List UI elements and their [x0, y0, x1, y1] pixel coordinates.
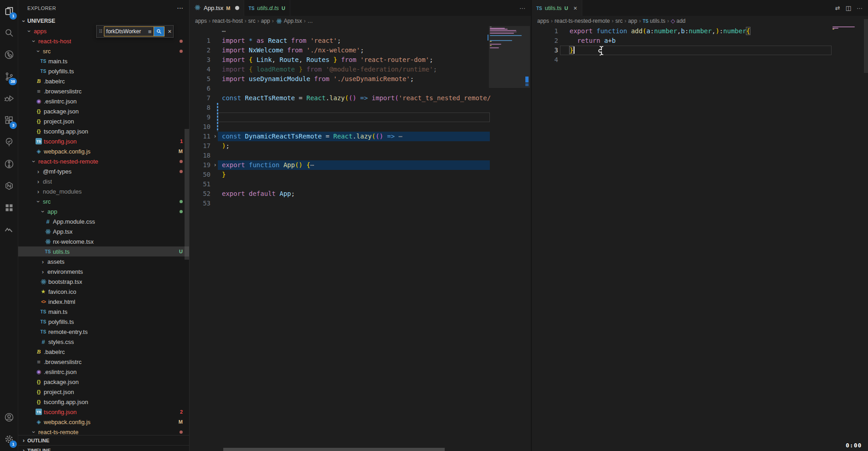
- drag-grip-icon[interactable]: ⠿: [99, 29, 103, 35]
- code-line-3[interactable]: 3import { Link, Route, Routes } from 're…: [190, 55, 531, 65]
- code-editor-utils-ts[interactable]: 1export function add(a:number,b:number,)…: [532, 26, 868, 451]
- tree-item--browserslistrc[interactable]: ≡.browserslistrc: [18, 357, 189, 367]
- tree-item-app[interactable]: ›app: [18, 206, 189, 216]
- tree-item-bootstrap-tsx[interactable]: bootstrap.tsx: [18, 277, 189, 287]
- code-line-51[interactable]: 51: [190, 179, 531, 189]
- tree-item-node-modules[interactable]: ›node_modules: [18, 186, 189, 196]
- activitybar-nx-console-icon[interactable]: [0, 175, 18, 197]
- activitybar-pulse-icon[interactable]: [0, 219, 18, 241]
- tree-item-tsconfig-json[interactable]: TStsconfig.json1: [18, 136, 189, 146]
- code-line-9[interactable]: 9: [190, 113, 531, 122]
- tree-item-nx-welcome-tsx[interactable]: nx-welcome.tsx: [18, 236, 189, 246]
- code-line-6[interactable]: 6: [190, 84, 531, 93]
- tree-item-main-ts[interactable]: TSmain.ts: [18, 307, 189, 317]
- breadcrumb-item[interactable]: TSutils.ts: [642, 18, 665, 24]
- activitybar-accounts-icon[interactable]: [0, 406, 18, 428]
- tree-item-tsconfig-json[interactable]: TStsconfig.json2: [18, 407, 189, 417]
- breadcrumb-item[interactable]: ◇add: [671, 18, 685, 24]
- code-line-52[interactable]: 52export default App;: [190, 189, 531, 199]
- code-line-18[interactable]: 18: [190, 151, 531, 160]
- activitybar-circle-branch-icon[interactable]: [0, 44, 18, 66]
- tab-utils-ts[interactable]: TSutils.tsU×: [532, 0, 582, 16]
- breadcrumb-item[interactable]: App.tsx: [276, 18, 302, 25]
- code-line-7[interactable]: 7const ReactTsRemote = React.lazy(() => …: [190, 93, 531, 103]
- breadcrumb-item[interactable]: …: [308, 18, 313, 24]
- code-line-4[interactable]: 4: [532, 55, 868, 65]
- tree-item-utils-ts[interactable]: TSutils.tsU: [18, 246, 189, 256]
- tree-item--eslintrc-json[interactable]: ◉.eslintrc.json: [18, 96, 189, 106]
- tree-item-index-html[interactable]: <>index.html: [18, 297, 189, 307]
- code-line-fold[interactable]: ⋯: [190, 26, 531, 36]
- tree-item-tsconfig-app-json[interactable]: {}tsconfig.app.json: [18, 126, 189, 136]
- horizontal-scrollbar-1[interactable]: [223, 448, 445, 451]
- tree-item-src[interactable]: ›src: [18, 46, 189, 56]
- activitybar-testing-icon[interactable]: [0, 131, 18, 153]
- activitybar-run-debug-icon[interactable]: [0, 87, 18, 109]
- code-line-8[interactable]: 8: [190, 103, 531, 113]
- tree-item-assets[interactable]: ›assets: [18, 256, 189, 266]
- code-line-3[interactable]: 3}: [532, 46, 868, 55]
- tree-item-styles-css[interactable]: #styles.css: [18, 337, 189, 347]
- tree-item--babelrc[interactable]: B.babelrc: [18, 347, 189, 357]
- breadcrumb-item[interactable]: react-ts-host: [212, 18, 243, 24]
- code-line-17[interactable]: 17);: [190, 141, 531, 151]
- tree-item-react-ts-nested-remote[interactable]: ›react-ts-nested-remote: [18, 156, 189, 166]
- breadcrumb-item[interactable]: apps: [195, 18, 207, 24]
- tree-item-project-json[interactable]: {}project.json: [18, 116, 189, 126]
- tree-item-app-module-css[interactable]: #App.module.css: [18, 216, 189, 226]
- compare-editor-action-icon[interactable]: ⇄: [835, 5, 840, 11]
- tree-item-polyfills-ts[interactable]: TSpolyfills.ts: [18, 317, 189, 327]
- more-editor-action-icon[interactable]: ···: [857, 5, 863, 11]
- code-editor-app-tsx[interactable]: ⋯1import * as React from 'react';2import…: [190, 26, 531, 451]
- breadcrumb-item[interactable]: app: [628, 18, 637, 24]
- code-line-50[interactable]: 50}: [190, 170, 531, 179]
- breadcrumb-item[interactable]: src: [248, 18, 256, 24]
- code-line-10[interactable]: 10: [190, 122, 531, 132]
- filter-search-toggle-button[interactable]: [154, 26, 164, 36]
- tree-item-package-json[interactable]: {}package.json: [18, 377, 189, 387]
- code-line-1[interactable]: 1import * as React from 'react';: [190, 36, 531, 46]
- tree-item--babelrc[interactable]: B.babelrc: [18, 76, 189, 86]
- editor-scrollbar-2[interactable]: [864, 19, 868, 73]
- code-line-11[interactable]: 11›const DynamicReactTsRemote = React.la…: [190, 132, 531, 141]
- breadcrumb-item[interactable]: react-ts-nested-remote: [555, 18, 610, 24]
- tree-item-dist[interactable]: ›dist: [18, 176, 189, 186]
- close-icon[interactable]: ×: [574, 5, 577, 12]
- tree-item-remote-entry-ts[interactable]: TSremote-entry.ts: [18, 327, 189, 337]
- activitybar-settings-icon[interactable]: 1: [0, 428, 18, 450]
- filter-lines-icon[interactable]: ≡: [146, 28, 154, 35]
- tree-item-environments[interactable]: ›environments: [18, 266, 189, 277]
- code-line-1[interactable]: 1export function add(a:number,b:number,)…: [532, 26, 868, 36]
- tree-item-src[interactable]: ›src: [18, 196, 189, 206]
- activitybar-extensions-icon[interactable]: 3: [0, 109, 18, 131]
- tree-item-package-json[interactable]: {}package.json: [18, 106, 189, 116]
- tree-item-main-ts[interactable]: TSmain.ts: [18, 56, 189, 66]
- tree-item--browserslistrc[interactable]: ≡.browserslistrc: [18, 86, 189, 96]
- explorer-more-actions-button[interactable]: ···: [177, 5, 184, 11]
- activitybar-search-icon[interactable]: [0, 22, 18, 44]
- tree-item-project-json[interactable]: {}project.json: [18, 387, 189, 397]
- tree-item--mf-types[interactable]: ›@mf-types: [18, 166, 189, 176]
- code-line-53[interactable]: 53: [190, 199, 531, 208]
- timeline-section-header[interactable]: › TIMELINE: [18, 445, 189, 451]
- tree-item-webpack-config-js[interactable]: ◈webpack.config.jsM: [18, 146, 189, 156]
- breadcrumb-item[interactable]: apps: [537, 18, 549, 24]
- split-editor-action-icon[interactable]: ◫: [846, 5, 851, 11]
- code-line-4[interactable]: 4import { loadRemote } from '@module-fed…: [190, 65, 531, 74]
- code-line-5[interactable]: 5import useDynamicModule from './useDyna…: [190, 74, 531, 84]
- tree-item-webpack-config-js[interactable]: ◈webpack.config.jsM: [18, 417, 189, 427]
- outline-section-header[interactable]: › OUTLINE: [18, 435, 189, 445]
- activitybar-grid-icon[interactable]: [0, 197, 18, 219]
- code-line-2[interactable]: 2 return a+b: [532, 36, 868, 46]
- tree-filter-input[interactable]: [104, 28, 146, 35]
- activitybar-source-control-icon[interactable]: 38: [0, 66, 18, 87]
- breadcrumb-item[interactable]: app: [261, 18, 270, 24]
- more-editor-action-icon[interactable]: ···: [519, 5, 525, 11]
- code-line-2[interactable]: 2import NxWelcome from './nx-welcome';: [190, 46, 531, 55]
- activitybar-explorer-icon[interactable]: 1: [0, 0, 18, 22]
- close-icon[interactable]: ×: [168, 28, 171, 35]
- workspace-root-row[interactable]: › UNIVERSE: [18, 16, 189, 26]
- code-line-19[interactable]: 19›export function App() {⋯: [190, 160, 531, 170]
- tab-utils-d-ts[interactable]: TSutils.d.tsU: [244, 0, 290, 16]
- activitybar-git-graph-icon[interactable]: [0, 153, 18, 175]
